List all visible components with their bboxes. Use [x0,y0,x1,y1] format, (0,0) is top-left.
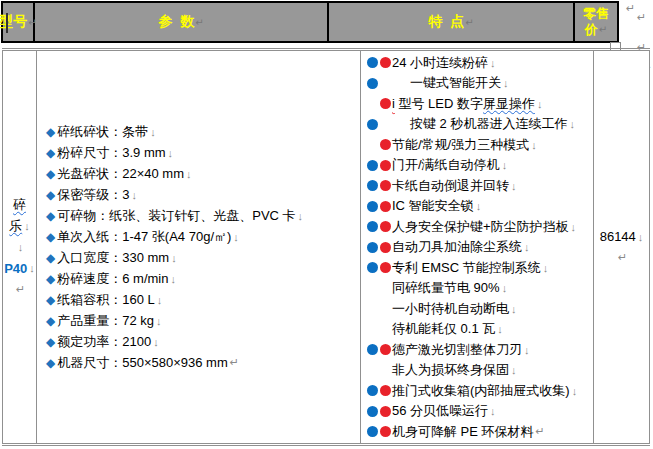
feature-row: 56 分贝低噪运行↓ [366,401,593,422]
feature-text: 非人为损坏终身保固 [392,361,509,379]
feature-text: 德产激光切割整体刀刃 [392,341,522,359]
line-break-mark: ↓ [497,323,503,335]
blue-bullet-icon [366,78,379,89]
price-cell: 86144 ↓ ↵ [594,51,649,443]
blue-bullet-icon [366,201,379,212]
blue-dot-icon [367,344,378,355]
line-break-mark: ↓ [156,315,162,327]
blue-dot-icon [367,119,378,130]
line-break-mark: ↓ [511,364,517,376]
feature-text: 节能/常规/强力三种模式 [392,136,529,154]
red-dot-icon [380,98,391,109]
line-break-mark: ↓ [490,405,496,417]
blue-dot-icon [367,180,378,191]
feature-text: 一小时待机自动断电 [392,300,509,318]
red-bullet-icon [379,385,392,396]
param-text: 额定功率：2100 [57,333,151,351]
line-break-mark: ↓ [170,273,176,285]
diamond-bullet-icon: ◆ [46,293,55,307]
blue-bullet-icon [366,221,379,232]
paragraph-mark: ↵ [195,17,203,28]
header-cell-features: 特 点 ↵ [329,3,575,41]
brand-char: 碎 [13,196,26,214]
model-cell: 碎 乐 ↓ ↓ P40 ↓ ↵ [3,51,37,443]
feature-row: 同碎纸量节电 90%↓ [366,278,593,299]
line-break-mark: ↓ [29,262,35,274]
red-bullet-icon [379,139,392,150]
line-break-mark: ↓ [531,139,537,151]
line-break-mark: ↓ [298,210,304,222]
red-bullet-icon [379,160,392,171]
blue-dot-icon [367,201,378,212]
line-break-mark: ↓ [490,57,496,69]
paragraph-mark: ↵ [618,251,627,264]
blue-dot-icon [367,57,378,68]
line-break-mark: ↓ [524,344,530,356]
param-row: ◆纸箱容积：160 L↓ [46,289,360,310]
feature-text: 同碎纸量节电 90% [392,279,500,297]
red-bullet-icon [379,221,392,232]
param-text: 机器尺寸：550×580×936 mm [57,354,228,372]
feature-row: 德产激光切割整体刀刃↓ [366,339,593,360]
red-bullet-icon [379,57,392,68]
features-cell: 24 小时连续粉碎↓一键式智能开关↓i 型号 LED 数字屏显操作↓按键 2 秒… [361,51,594,443]
blue-bullet-icon [366,406,379,417]
param-row: ◆产品重量：72 kg↓ [46,310,360,331]
diamond-bullet-icon: ◆ [46,314,55,328]
red-dot-icon [380,160,391,171]
line-break-mark: ↓ [503,77,509,89]
line-break-mark: ↓ [524,241,530,253]
blue-bullet-icon [366,385,379,396]
param-row: ◆光盘碎状：22×40 mm↓ [46,163,360,184]
param-text: 保密等级：3 [57,186,129,204]
line-break-mark: ↓ [543,262,549,274]
line-break-mark: ↓ [638,231,644,243]
line-break-mark: ↓ [233,231,239,243]
header-table: 型号 ↵ 参 数 ↵ 特 点 ↵ 零售 价 ↵ [1,1,619,43]
paragraph-mark: ↵ [637,11,646,24]
param-row: ◆入口宽度：330 mm↓ [46,247,360,268]
header-label-features: 特 点 [428,13,464,31]
param-row: ◆单次入纸：1-47 张(A4 70g/㎡)↓ [46,226,360,247]
feature-text: 卡纸自动倒退并回转 [392,177,509,195]
feature-row: i 型号 LED 数字屏显操作↓ [366,93,593,114]
feature-row: 推门式收集箱(内部抽屉式收集)↓ [366,380,593,401]
line-break-mark: ↓ [153,336,159,348]
header-label-params: 参 数 [158,13,194,31]
red-bullet-icon [379,406,392,417]
param-row: ◆可碎物：纸张、装订针钉、光盘、PVC 卡↓ [46,205,360,226]
line-break-mark: ↓ [476,200,482,212]
diamond-bullet-icon: ◆ [46,146,55,160]
diamond-bullet-icon: ◆ [46,125,55,139]
params-cell: ◆碎纸碎状：条带↓◆粉碎尺寸：3.9 mm↓◆光盘碎状：22×40 mm↓◆保密… [37,51,361,443]
header-label-price-1: 零售 [583,6,609,22]
feature-row: 自动刀具加油除尘系统↓ [366,237,593,258]
diamond-bullet-icon: ◆ [46,272,55,286]
feature-row: IC 智能安全锁↓ [366,196,593,217]
document-page: 型号 ↵ 参 数 ↵ 特 点 ↵ 零售 价 ↵ ↵ ↵ ↵ . 碎 [0,0,653,449]
header-cell-model: 型号 ↵ [3,3,35,41]
paragraph-mark: ↵ [536,425,545,438]
line-break-mark: ↓ [502,282,508,294]
blue-bullet-icon [366,344,379,355]
line-break-mark: ↓ [569,118,575,130]
param-row: ◆粉碎尺寸：3.9 mm↓ [46,142,360,163]
feature-text-segment: 屏显操作 [483,96,535,111]
feature-text: 人身安全保护键+防尘防护挡板 [392,218,569,236]
red-dot-icon [380,385,391,396]
feature-text: 门开/满纸自动停机 [392,156,500,174]
red-bullet-icon [379,201,392,212]
blue-bullet-icon [366,180,379,191]
blue-dot-icon [367,221,378,232]
param-text: 粉碎速度：6 m/min [57,270,168,288]
body-table: 碎 乐 ↓ ↓ P40 ↓ ↵ ◆碎纸碎状：条带↓◆粉碎尺寸：3.9 mm↓◆光… [2,48,650,446]
feature-text: 56 分贝低噪运行 [392,402,488,420]
feature-text: 24 小时连续粉碎 [392,54,488,72]
red-dot-icon [380,426,391,437]
feature-row: 机身可降解 PE 环保材料↵ [366,421,593,442]
diamond-bullet-icon: ◆ [46,167,55,181]
red-bullet-icon [379,98,392,109]
param-text: 产品重量：72 kg [57,312,154,330]
red-dot-icon [380,406,391,417]
brand-char: 乐 [9,217,22,235]
